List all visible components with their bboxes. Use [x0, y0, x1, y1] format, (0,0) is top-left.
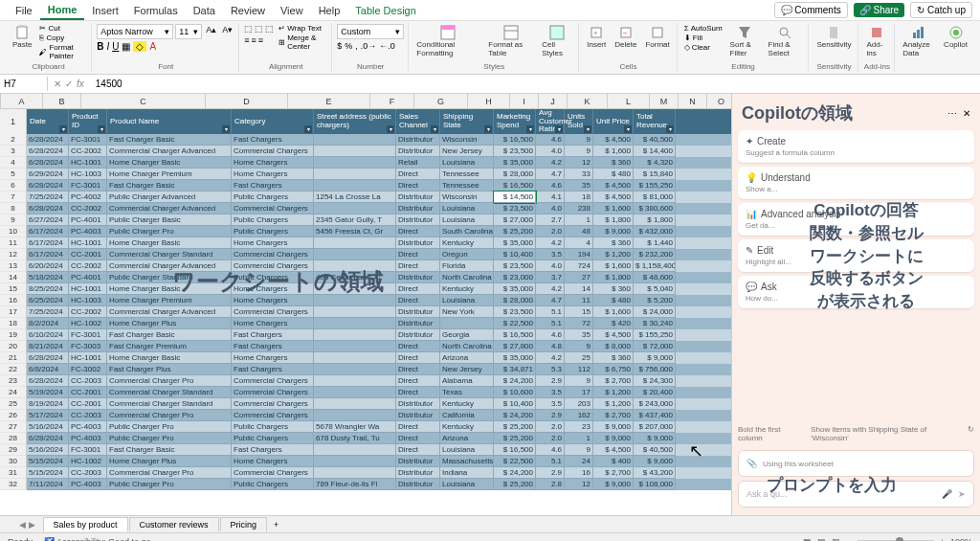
cell[interactable]: $ 360 [593, 283, 634, 295]
cell[interactable]: CC-2002 [69, 260, 107, 272]
align-middle-button[interactable]: ⬚ [255, 24, 263, 34]
table-header-6[interactable]: Shipping State▾ [440, 109, 494, 134]
cell[interactable]: 4.0 [536, 203, 565, 214]
cell[interactable]: Public Charger Pro [107, 226, 232, 237]
copilot-sugg-b[interactable]: Show items with Shipping State of 'Wisco… [811, 425, 962, 442]
cell[interactable]: $ 22,500 [494, 456, 536, 467]
cell[interactable]: North Carolina [440, 341, 494, 352]
table-row[interactable]: 26/28/2024FC-3001Fast Charger BasicFast … [0, 134, 731, 146]
col-head-N[interactable]: N [679, 94, 707, 108]
catchup-button[interactable]: ↻ Catch up [910, 2, 972, 18]
merge-center-button[interactable]: ⊞ Merge & Center [277, 34, 327, 51]
cell[interactable]: $ 400 [593, 456, 634, 467]
col-head-I[interactable]: I [510, 94, 539, 108]
cell[interactable]: Kentucky [440, 237, 494, 249]
cell[interactable]: 6/28/2024 [27, 352, 69, 364]
cell[interactable]: 17 [565, 387, 593, 398]
cell[interactable]: 2.0 [536, 421, 565, 433]
table-header-2[interactable]: Product Name▾ [107, 109, 232, 134]
cell[interactable]: 7/25/2024 [27, 192, 69, 203]
col-head-K[interactable]: K [568, 94, 608, 108]
cell[interactable]: $ 4,500 [593, 134, 634, 146]
cell[interactable]: 4.2 [536, 237, 565, 249]
col-head-E[interactable]: E [288, 94, 370, 108]
format-as-table-button[interactable]: Format as Table [485, 24, 536, 58]
align-top-button[interactable]: ⬚ [244, 24, 253, 34]
cell[interactable]: $ 16,500 [494, 444, 536, 456]
cell[interactable]: Texas [440, 387, 494, 398]
cell[interactable]: Distributor [396, 192, 440, 203]
cell[interactable]: 4.6 [536, 180, 565, 192]
wrap-text-button[interactable]: ↵ Wrap Text [277, 24, 327, 33]
cell[interactable] [314, 318, 396, 329]
cell[interactable]: 724 [565, 260, 593, 272]
cell[interactable]: Home Chargers [232, 237, 314, 249]
cell[interactable]: Home Charger Basic [107, 352, 232, 364]
cell[interactable] [314, 249, 396, 260]
cell[interactable]: 7/25/2024 [27, 306, 69, 318]
fx-icon[interactable]: fx [77, 79, 84, 89]
cell[interactable]: HC-1001 [69, 352, 107, 364]
cell[interactable] [314, 467, 396, 479]
cell[interactable]: $ 30,240 [634, 318, 676, 329]
number-format-select[interactable]: Custom▾ [337, 24, 404, 39]
cell[interactable]: FC-3001 [69, 444, 107, 456]
comments-button[interactable]: 💬 Comments [774, 2, 848, 18]
font-name-select[interactable]: Aptos Narrow▾ [97, 24, 173, 39]
cell[interactable]: Commercial Chargers [232, 398, 314, 410]
cell[interactable]: 5456 Freesia Ct, Gr [314, 226, 396, 237]
cell[interactable]: Direct [396, 169, 440, 180]
cell[interactable]: Commercial Chargers [232, 306, 314, 318]
cell[interactable]: 8/21/2024 [27, 341, 69, 352]
cell[interactable]: Direct [396, 352, 440, 364]
cell[interactable]: Distributor [396, 410, 440, 421]
col-head-O[interactable]: O [707, 94, 731, 108]
cell[interactable]: Home Charger Premium [107, 169, 232, 180]
cell[interactable]: 4.2 [536, 157, 565, 169]
underline-button[interactable]: U [112, 41, 119, 52]
cell[interactable] [314, 364, 396, 375]
cell[interactable]: Direct [396, 375, 440, 387]
cell[interactable]: Georgia [440, 329, 494, 341]
cell[interactable]: 6/10/2024 [27, 329, 69, 341]
cell[interactable]: $ 2,700 [593, 410, 634, 421]
cell[interactable] [314, 410, 396, 421]
cell[interactable]: PC-4003 [69, 433, 107, 444]
format-painter-button[interactable]: 🖌 Format Painter [37, 43, 87, 60]
cell[interactable]: Commercial Charger Pro [107, 467, 232, 479]
cell[interactable]: Fast Charger Basic [107, 180, 232, 192]
table-row[interactable]: 46/28/2024HC-1001Home Charger BasicHome … [0, 157, 731, 169]
cell[interactable]: $ 15,840 [634, 169, 676, 180]
table-row[interactable]: 188/2/2024HC-1002Home Charger PlusHome C… [0, 318, 731, 329]
cell[interactable]: 8/19/2024 [27, 398, 69, 410]
cell[interactable]: 6/28/2024 [27, 134, 69, 146]
cell[interactable]: Kentucky [440, 421, 494, 433]
cell[interactable]: 5/16/2024 [27, 444, 69, 456]
cell[interactable]: $ 480 [593, 169, 634, 180]
cell[interactable]: $ 8,000 [593, 341, 634, 352]
format-cells-button[interactable]: Format [642, 24, 672, 50]
analyze-data-button[interactable]: Analyze Data [900, 24, 938, 58]
fill-color-button[interactable]: ◇ [133, 41, 146, 52]
cell[interactable]: Public Charger Advanced [107, 192, 232, 203]
tab-view[interactable]: View [273, 2, 311, 19]
cell[interactable]: Louisiana [440, 444, 494, 456]
cell[interactable]: $ 1,600 [593, 203, 634, 214]
cell[interactable]: $ 437,400 [634, 410, 676, 421]
cell[interactable]: Home Chargers [232, 283, 314, 295]
cell[interactable]: 6/17/2024 [27, 237, 69, 249]
cell[interactable]: 3.5 [536, 249, 565, 260]
cell[interactable]: $ 9,000 [634, 352, 676, 364]
cell[interactable] [314, 169, 396, 180]
col-head-D[interactable]: D [206, 94, 288, 108]
cell[interactable]: $ 4,500 [593, 444, 634, 456]
cell[interactable]: Commercial Charger Advanced [107, 306, 232, 318]
copilot-card-ask[interactable]: 💬Ask How do... [738, 276, 974, 308]
cell[interactable]: Public Chargers [232, 433, 314, 444]
cell[interactable]: 6/29/2024 [27, 169, 69, 180]
cell[interactable]: 2.8 [536, 479, 565, 490]
cell[interactable]: Distributor [396, 318, 440, 329]
cell[interactable]: 6/28/2024 [27, 203, 69, 214]
currency-button[interactable]: $ [337, 41, 342, 51]
cell[interactable]: 162 [565, 410, 593, 421]
